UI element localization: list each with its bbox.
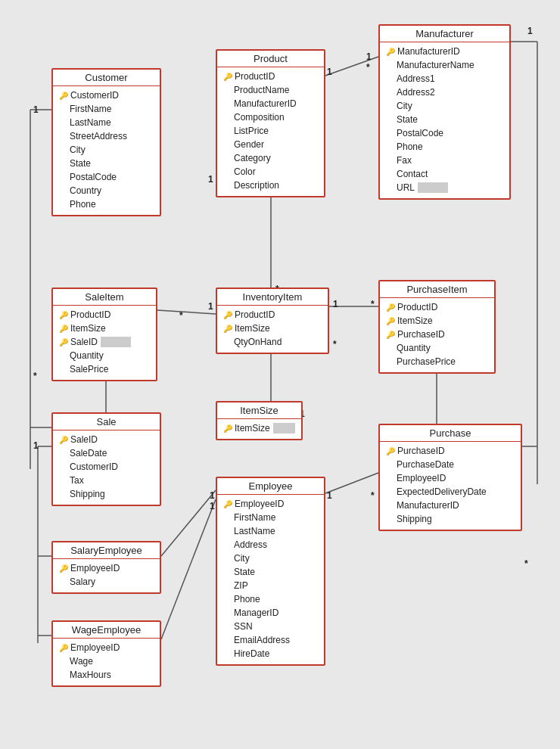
field-name: SaleDate bbox=[70, 446, 107, 460]
field-row: URL bbox=[386, 181, 503, 194]
field-name: Phone bbox=[70, 197, 96, 211]
field-row: Description bbox=[223, 179, 318, 192]
card-label: * bbox=[179, 310, 183, 321]
entity-title-employee: Employee bbox=[217, 478, 324, 495]
card-label: 1 bbox=[33, 104, 39, 115]
field-row: HireDate bbox=[223, 647, 318, 660]
erd-diagram: 1 1 * 1 1 * 1 * * 1 1 * 1 * 1 1 1 * 1 1 … bbox=[0, 0, 560, 749]
field-row: Gender bbox=[223, 138, 318, 151]
field-row: Contact bbox=[386, 167, 503, 181]
field-name: SaleID bbox=[70, 433, 98, 446]
field-row: 🔑PurchaseID bbox=[386, 328, 488, 341]
field-name: ListPrice bbox=[234, 124, 269, 138]
field-row: SSN bbox=[223, 620, 318, 633]
field-row: Address1 bbox=[386, 72, 503, 85]
field-name: Tax bbox=[70, 474, 84, 487]
entity-fields-purchase: 🔑PurchaseIDPurchaseDateEmployeeIDExpecte… bbox=[380, 442, 521, 530]
field-row: 🔑ProductID bbox=[223, 70, 318, 83]
key-icon: 🔑 bbox=[59, 309, 68, 321]
field-row: 🔑PurchaseID bbox=[386, 444, 515, 458]
field-row: Tax bbox=[59, 474, 154, 487]
key-icon: 🔑 bbox=[59, 563, 68, 574]
entity-fields-purchaseitem: 🔑ProductID🔑ItemSize🔑PurchaseIDQuantityPu… bbox=[380, 298, 494, 372]
field-name: City bbox=[70, 143, 86, 157]
entity-wageemployee: WageEmployee🔑EmployeeIDWageMaxHours bbox=[51, 620, 161, 687]
field-row: 🔑ItemSize bbox=[223, 322, 322, 335]
field-row: 🔑ItemSize bbox=[59, 322, 150, 335]
field-row: Salary bbox=[59, 575, 154, 589]
entity-title-inventoryitem: InventoryItem bbox=[217, 289, 328, 306]
field-row: Quantity bbox=[386, 341, 488, 355]
gray-box bbox=[418, 182, 448, 193]
field-row: 🔑SaleID bbox=[59, 335, 150, 349]
field-row: City bbox=[386, 99, 503, 113]
field-name: EmployeeID bbox=[70, 561, 120, 575]
field-row: ManufacturerID bbox=[223, 97, 318, 110]
field-name: ManufacturerID bbox=[397, 45, 460, 58]
entity-purchaseitem: PurchaseItem🔑ProductID🔑ItemSize🔑Purchase… bbox=[378, 280, 496, 374]
field-name: ZIP bbox=[234, 579, 248, 592]
field-row: 🔑ItemSize bbox=[386, 314, 488, 328]
field-name: Phone bbox=[397, 140, 423, 154]
field-name: PostalCode bbox=[397, 126, 443, 140]
field-name: Wage bbox=[70, 654, 93, 668]
field-row: City bbox=[223, 552, 318, 565]
card-label: * bbox=[33, 371, 37, 381]
field-row: Category bbox=[223, 151, 318, 165]
field-row: ManagerID bbox=[223, 606, 318, 620]
card-label: * bbox=[371, 299, 375, 309]
entity-inventoryitem: InventoryItem🔑ProductID🔑ItemSizeQtyOnHan… bbox=[216, 287, 329, 354]
gray-box bbox=[273, 423, 295, 434]
field-name: ManufacturerName bbox=[397, 58, 474, 72]
key-icon: 🔑 bbox=[386, 446, 395, 457]
card-label: * bbox=[524, 558, 528, 569]
field-name: ManufacturerID bbox=[234, 97, 297, 110]
field-name: Category bbox=[234, 151, 271, 165]
field-row: 🔑CustomerID bbox=[59, 89, 154, 102]
field-name: Gender bbox=[234, 138, 264, 151]
entity-fields-inventoryitem: 🔑ProductID🔑ItemSizeQtyOnHand bbox=[217, 306, 328, 353]
field-row: ManufacturerName bbox=[386, 58, 503, 72]
field-row: Shipping bbox=[386, 512, 515, 526]
entity-itemsize: ItemSize🔑ItemSize bbox=[216, 401, 303, 440]
field-row: 🔑ItemSize bbox=[223, 421, 295, 435]
field-name: SalePrice bbox=[70, 362, 108, 376]
field-row: ExpectedDeliveryDate bbox=[386, 485, 515, 499]
card-label: * bbox=[366, 62, 370, 73]
field-name: LastName bbox=[234, 524, 275, 538]
field-row: LastName bbox=[59, 116, 154, 129]
key-icon: 🔑 bbox=[386, 46, 395, 57]
field-name: City bbox=[234, 552, 250, 565]
field-row: ZIP bbox=[223, 579, 318, 592]
field-name: FirstName bbox=[234, 511, 275, 524]
field-row: Address bbox=[223, 538, 318, 552]
field-row: 🔑EmployeeID bbox=[59, 641, 154, 654]
card-label: 1 bbox=[210, 490, 215, 501]
entity-salaryemployee: SalaryEmployee🔑EmployeeIDSalary bbox=[51, 541, 161, 594]
svg-line-15 bbox=[161, 499, 216, 639]
field-row: ListPrice bbox=[223, 124, 318, 138]
card-label: 1 bbox=[33, 440, 39, 451]
field-row: Country bbox=[59, 184, 154, 197]
field-name: MaxHours bbox=[70, 668, 111, 682]
field-name: Shipping bbox=[70, 487, 105, 501]
svg-line-5 bbox=[157, 310, 216, 314]
field-name: Color bbox=[234, 165, 256, 179]
field-row: Address2 bbox=[386, 85, 503, 99]
field-name: EmailAddress bbox=[234, 633, 290, 647]
entity-title-salaryemployee: SalaryEmployee bbox=[53, 542, 160, 559]
key-icon: 🔑 bbox=[59, 642, 68, 654]
card-label: 1 bbox=[366, 51, 372, 62]
field-row: Shipping bbox=[59, 487, 154, 501]
field-row: 🔑EmployeeID bbox=[223, 497, 318, 511]
field-name: ProductID bbox=[70, 308, 110, 322]
field-name: ManagerID bbox=[234, 606, 278, 620]
field-row: LastName bbox=[223, 524, 318, 538]
field-name: SSN bbox=[234, 620, 253, 633]
field-name: State bbox=[397, 113, 418, 126]
entity-fields-product: 🔑ProductIDProductNameManufacturerIDCompo… bbox=[217, 67, 324, 196]
field-row: 🔑EmployeeID bbox=[59, 561, 154, 575]
field-name: Shipping bbox=[397, 512, 432, 526]
field-row: State bbox=[223, 565, 318, 579]
field-row: 🔑SaleID bbox=[59, 433, 154, 446]
